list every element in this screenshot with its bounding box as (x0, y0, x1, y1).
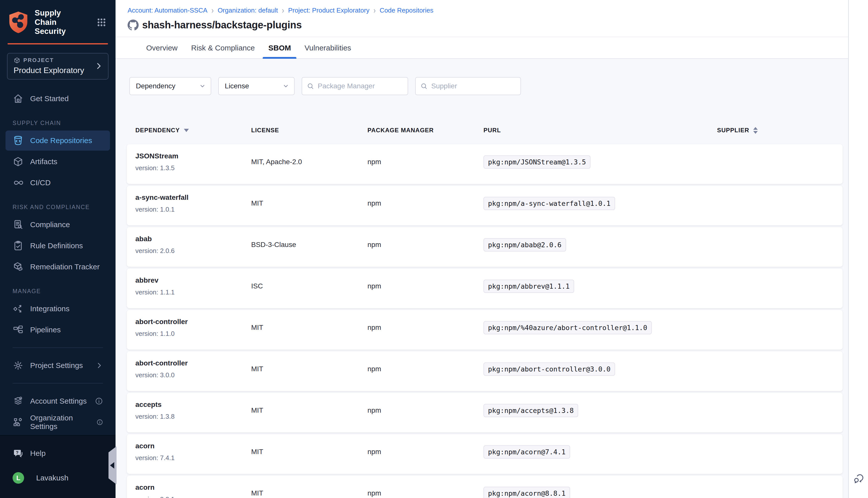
dependency-name: abab (135, 235, 251, 243)
sidebar-item-label: Artifacts (30, 157, 57, 166)
home-icon (13, 93, 24, 104)
license-cell: MIT (251, 199, 367, 207)
table-row[interactable]: a-sync-waterfall version: 1.0.1 MIT npm … (127, 186, 843, 225)
table-row[interactable]: abab version: 2.0.6 BSD-3-Clause npm pkg… (127, 227, 843, 267)
supplier-search (415, 77, 521, 95)
user-menu[interactable]: L Lavakush (5, 468, 110, 488)
pipelines-flow-icon (13, 324, 24, 335)
license-filter-select[interactable]: License (218, 77, 295, 95)
column-header-dependency[interactable]: DEPENDENCY (135, 127, 251, 134)
sidebar-item-cicd[interactable]: CI/CD (5, 173, 110, 193)
table-row[interactable]: acorn version: 7.4.1 MIT npm pkg:npm/aco… (127, 434, 843, 474)
sidebar-item-label: Compliance (30, 220, 70, 229)
sidebar-item-label: Integrations (30, 304, 69, 313)
dependency-filter-select[interactable]: Dependency (129, 77, 211, 95)
table-row[interactable]: abort-controller version: 1.1.0 MIT npm … (127, 310, 843, 350)
chevron-right-icon (94, 62, 103, 70)
tab-sbom[interactable]: SBOM (267, 37, 292, 58)
dependency-cell: a-sync-waterfall version: 1.0.1 (135, 194, 251, 213)
dependency-cell: abbrev version: 1.1.1 (135, 276, 251, 296)
dependency-name: acorn (135, 442, 251, 450)
title-row: shash-harness/backstage-plugins (128, 14, 848, 37)
cube-icon (14, 57, 20, 64)
sidebar-item-rule-definitions[interactable]: Rule Definitions (5, 236, 110, 256)
sort-both-icon (753, 127, 758, 134)
sidebar-item-code-repositories[interactable]: Code Repositories (5, 131, 110, 150)
sidebar-item-compliance[interactable]: Compliance (5, 214, 110, 235)
info-icon[interactable] (95, 397, 103, 405)
breadcrumb-account[interactable]: Account: Automation-SSCA (128, 6, 207, 14)
chat-bubbles-icon[interactable] (852, 473, 865, 485)
infinity-icon (13, 177, 24, 188)
remediation-box-icon (13, 261, 24, 272)
license-cell: MIT (251, 489, 367, 497)
license-cell: MIT (251, 324, 367, 331)
sidebar-section-manage: MANAGE (5, 288, 110, 295)
project-label: PROJECT (23, 57, 54, 64)
sidebar-item-integrations[interactable]: Integrations (5, 299, 110, 319)
table-row[interactable]: acorn version: 8.8.1 MIT npm pkg:npm/aco… (127, 476, 843, 498)
main-area: Account: Automation-SSCA › Organization:… (116, 0, 848, 498)
tab-risk-compliance[interactable]: Risk & Compliance (190, 37, 256, 58)
gear-icon (13, 360, 24, 371)
sidebar-item-account-settings[interactable]: Account Settings (5, 391, 110, 411)
sidebar-item-pipelines[interactable]: Pipelines (5, 320, 110, 340)
sidebar-item-label: Get Started (30, 94, 68, 103)
breadcrumb-project[interactable]: Project: Product Exploratory (288, 6, 370, 14)
purl-chip: pkg:npm/accepts@1.3.8 (483, 404, 578, 417)
table-row[interactable]: abort-controller version: 3.0.0 MIT npm … (127, 351, 843, 391)
package-manager-cell: npm (367, 365, 483, 373)
breadcrumb-code-repositories[interactable]: Code Repositories (380, 6, 433, 14)
table-row[interactable]: JSONStream version: 1.3.5 MIT, Apache-2.… (127, 144, 843, 184)
dependency-name: JSONStream (135, 152, 251, 160)
sidebar-item-remediation-tracker[interactable]: Remediation Tracker (5, 257, 110, 277)
dependency-cell: JSONStream version: 1.3.5 (135, 152, 251, 172)
module-grid-menu-icon[interactable] (95, 16, 108, 29)
sidebar-bottom: ? Help L Lavakush (0, 435, 116, 498)
dependency-name: acorn (135, 483, 251, 492)
tab-vulnerabilities[interactable]: Vulnerabilities (303, 37, 352, 58)
app-title: Supply Chain Security (35, 9, 85, 36)
sidebar-collapse-handle[interactable] (108, 446, 117, 484)
dependency-name: a-sync-waterfall (135, 194, 251, 201)
dependency-name: accepts (135, 401, 251, 409)
package-manager-input[interactable] (318, 82, 403, 90)
sidebar-section-supply-chain: SUPPLY CHAIN (5, 120, 110, 127)
breadcrumb-separator: › (374, 5, 376, 15)
dependency-name: abort-controller (135, 318, 251, 326)
tab-overview[interactable]: Overview (145, 37, 179, 58)
sidebar-item-project-settings[interactable]: Project Settings (5, 355, 110, 376)
dependency-name: abbrev (135, 276, 251, 284)
breadcrumb-organization[interactable]: Organization: default (218, 6, 278, 14)
sidebar-item-label: Project Settings (30, 361, 83, 370)
sidebar-item-organization-settings[interactable]: Organization Settings (5, 412, 110, 432)
artifacts-cube-icon (13, 156, 24, 167)
sidebar-item-artifacts[interactable]: Artifacts (5, 152, 110, 172)
package-manager-cell: npm (367, 241, 483, 249)
dependency-cell: acorn version: 7.4.1 (135, 442, 251, 462)
column-header-supplier[interactable]: SUPPLIER (717, 127, 843, 134)
project-selector[interactable]: PROJECT Product Exploratory (7, 53, 108, 80)
app-logo-row: Supply Chain Security (0, 0, 116, 43)
sort-desc-icon (184, 129, 189, 132)
supplier-input[interactable] (431, 82, 516, 90)
table-row[interactable]: abbrev version: 1.1.1 ISC npm pkg:npm/ab… (127, 268, 843, 308)
purl-cell: pkg:npm/abab@2.0.6 (483, 238, 717, 251)
table-row[interactable]: accepts version: 1.3.8 MIT npm pkg:npm/a… (127, 393, 843, 432)
right-rail (848, 0, 868, 498)
sidebar-item-get-started[interactable]: Get Started (5, 89, 110, 109)
dependency-cell: acorn version: 8.8.1 (135, 483, 251, 498)
user-name: Lavakush (36, 474, 68, 482)
code-repo-icon (13, 135, 24, 146)
project-name: Product Exploratory (14, 66, 84, 75)
info-icon[interactable] (96, 418, 103, 426)
sidebar-item-help[interactable]: ? Help (5, 443, 110, 463)
svg-text:?: ? (16, 450, 18, 455)
dependency-cell: accepts version: 1.3.8 (135, 401, 251, 420)
license-cell: BSD-3-Clause (251, 241, 367, 249)
purl-cell: pkg:npm/JSONStream@1.3.5 (483, 155, 717, 169)
dependency-version: version: 8.8.1 (135, 496, 251, 498)
breadcrumb: Account: Automation-SSCA › Organization:… (128, 6, 848, 14)
dependency-version: version: 1.1.0 (135, 330, 251, 338)
dependency-version: version: 2.0.6 (135, 247, 251, 255)
